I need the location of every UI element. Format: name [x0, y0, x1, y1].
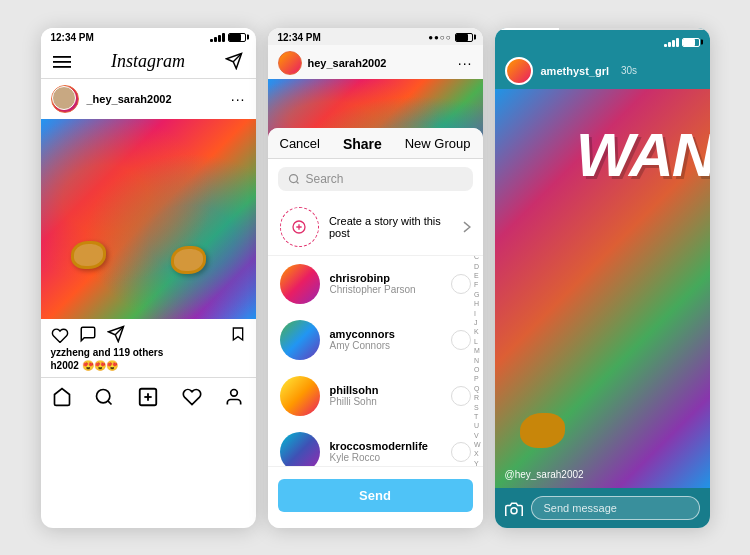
caption-emoji: 😍😍😍 — [82, 360, 118, 371]
status-time-2: 12:34 PM — [278, 32, 321, 43]
status-time-1: 12:34 PM — [51, 32, 94, 43]
post-user-info: _hey_sarah2002 — [51, 85, 172, 113]
status-icons-2: ●●○○ — [428, 33, 472, 42]
svg-point-19 — [511, 508, 517, 514]
story-progress-fill — [495, 28, 560, 30]
story-battery-icon — [682, 38, 700, 47]
screen2-username: hey_sarah2002 — [308, 57, 387, 69]
feed-header: Instagram — [41, 45, 256, 79]
contact-username: amyconnors — [330, 328, 395, 340]
contact-fullname: Philli Sohn — [330, 396, 379, 407]
share-title: Share — [343, 136, 382, 152]
contacts-list: chrisrobinp Christopher Parson amyconnor… — [268, 256, 483, 466]
direct-icon[interactable] — [225, 52, 243, 71]
new-group-button[interactable]: New Group — [405, 136, 471, 151]
story-camera-icon[interactable] — [505, 499, 523, 517]
battery-icon — [228, 33, 246, 42]
comment-icon[interactable] — [79, 325, 97, 344]
contact-row[interactable]: amyconnors Amy Connors — [268, 312, 483, 368]
phone-story: amethyst_grl 30s WAN @hey_sarah2002 Send — [495, 28, 710, 528]
contact-info: amyconnors Amy Connors — [330, 328, 395, 351]
share-icon[interactable] — [107, 325, 125, 344]
contact-fullname: Kyle Rocco — [330, 452, 428, 463]
post-options[interactable]: ··· — [231, 91, 246, 107]
create-story-row[interactable]: Create a story with this post — [268, 199, 483, 256]
contact-row[interactable]: chrisrobinp Christopher Parson — [268, 256, 483, 312]
like-icon[interactable] — [51, 325, 69, 343]
story-footer: Send message — [495, 488, 710, 528]
svg-line-15 — [296, 181, 298, 183]
svg-rect-1 — [53, 61, 71, 63]
signal-icon — [210, 33, 225, 42]
action-icons-left — [51, 325, 125, 344]
story-signal-icon — [664, 38, 679, 47]
post-likes: yzzheng and 119 others — [41, 347, 256, 360]
contact-left: amyconnors Amy Connors — [280, 320, 395, 360]
svg-rect-2 — [53, 66, 71, 68]
contact-row[interactable]: kroccosmodernlife Kyle Rocco — [268, 424, 483, 466]
contact-username: chrisrobinp — [330, 272, 416, 284]
svg-point-13 — [231, 390, 238, 397]
story-text-overlay: WAN — [576, 119, 710, 190]
image-nugget-1 — [71, 241, 106, 269]
status-bar-1: 12:34 PM — [41, 28, 256, 45]
caption-username: h2002 — [51, 360, 79, 371]
contact-select[interactable] — [451, 442, 471, 462]
search-icon — [288, 173, 300, 185]
screen2-options[interactable]: ··· — [458, 55, 473, 71]
share-modal: Cancel Share New Group Search Create a s… — [268, 128, 483, 528]
story-time: 30s — [621, 65, 637, 76]
post-avatar[interactable] — [51, 85, 79, 113]
status-icons-1 — [210, 33, 246, 42]
contact-avatar — [280, 320, 320, 360]
phone-feed: 12:34 PM Instagram — [41, 28, 256, 528]
image-nugget-2 — [171, 246, 206, 274]
contact-avatar — [280, 432, 320, 466]
contact-row[interactable]: phillsohn Philli Sohn — [268, 368, 483, 424]
contact-avatar — [280, 376, 320, 416]
contact-select[interactable] — [451, 330, 471, 350]
contact-fullname: Amy Connors — [330, 340, 395, 351]
post-caption: h2002 😍😍😍 — [41, 360, 256, 377]
contact-select[interactable] — [451, 274, 471, 294]
nav-home[interactable] — [52, 387, 72, 407]
post-username[interactable]: _hey_sarah2002 — [87, 93, 172, 105]
phone-share: 12:34 PM ●●○○ hey_sarah2002 ··· Cancel S… — [268, 28, 483, 528]
status-bar-2: 12:34 PM ●●○○ — [268, 28, 483, 45]
story-message-placeholder: Send message — [544, 502, 617, 514]
contact-select[interactable] — [451, 386, 471, 406]
nav-heart[interactable] — [182, 387, 202, 407]
story-content: WAN @hey_sarah2002 — [495, 89, 710, 488]
header-icons — [225, 52, 243, 71]
create-story-icon — [280, 207, 319, 247]
story-status-bar — [495, 28, 710, 49]
battery-icon-2 — [455, 33, 473, 42]
svg-line-9 — [108, 401, 112, 405]
post-image — [41, 119, 256, 319]
contact-username: kroccosmodernlife — [330, 440, 428, 452]
send-button[interactable]: Send — [278, 479, 473, 512]
contact-left: phillsohn Philli Sohn — [280, 376, 379, 416]
nav-profile[interactable] — [224, 387, 244, 407]
svg-point-8 — [97, 390, 110, 403]
bookmark-icon[interactable] — [230, 325, 246, 344]
screen2-top-user-row: hey_sarah2002 ··· — [268, 45, 483, 79]
cancel-button[interactable]: Cancel — [280, 136, 320, 151]
nav-add[interactable] — [137, 386, 159, 408]
contact-left: kroccosmodernlife Kyle Rocco — [280, 432, 428, 466]
search-bar[interactable]: Search — [278, 167, 473, 191]
story-username: amethyst_grl — [541, 65, 609, 77]
svg-point-14 — [289, 174, 297, 182]
story-header: amethyst_grl 30s — [495, 49, 710, 89]
chevron-right-icon — [463, 221, 471, 233]
svg-rect-0 — [53, 56, 71, 58]
story-message-input[interactable]: Send message — [531, 496, 700, 520]
menu-icon[interactable] — [53, 52, 71, 70]
screen2-avatar — [278, 51, 302, 75]
contact-info: chrisrobinp Christopher Parson — [330, 272, 416, 295]
nav-search[interactable] — [94, 387, 114, 407]
screen2-username-row: hey_sarah2002 — [278, 51, 387, 75]
post-user-row: _hey_sarah2002 ··· — [41, 79, 256, 119]
contact-fullname: Christopher Parson — [330, 284, 416, 295]
post-actions — [41, 319, 256, 348]
